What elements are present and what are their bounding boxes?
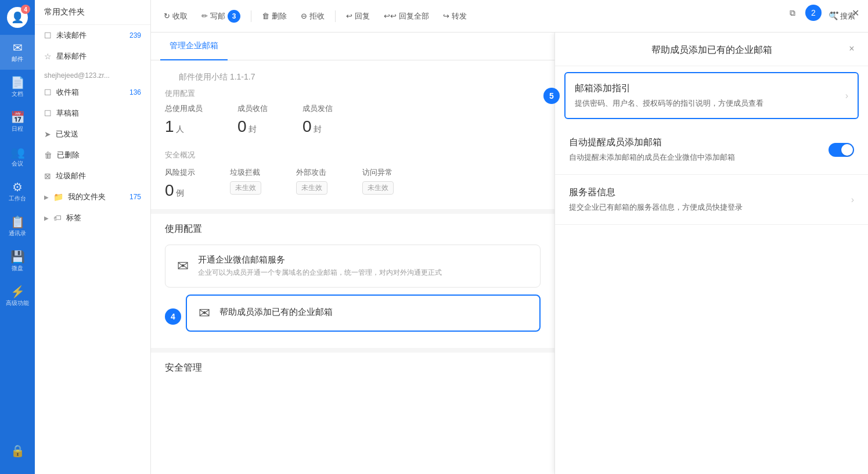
folder-item-sent[interactable]: ➤ 已发送 — [35, 124, 150, 145]
right-option-2-desc: 自动提醒未添加邮箱的成员在企业微信中添加邮箱 — [569, 152, 829, 163]
step-4-badge: 4 — [165, 308, 181, 325]
folder-item-deleted[interactable]: 🗑 已删除 — [35, 145, 150, 166]
risk-unit: 例 — [176, 188, 184, 198]
advanced-icon: ⚡ — [10, 286, 25, 297]
attack-value-row: 未生效 — [296, 181, 327, 195]
more-button[interactable]: ••• — [826, 5, 842, 21]
right-option-1-mailbox-guide[interactable]: 邮箱添加指引 提供密码、用户名、授权码等的指引说明，方便成员查看 › — [564, 72, 859, 119]
receive-label: 收取 — [172, 11, 188, 21]
inbox-icon: ☐ — [44, 88, 52, 97]
expand-icon: ▶ — [44, 215, 49, 221]
main-content-area: ↻ 收取 ✏ 写邮 3 🗑 删除 ⊖ 拒收 ↩ 回复 ↩↩ 回复全部 ↪ 转发 — [151, 0, 868, 474]
step-badge-3: 3 — [228, 10, 240, 23]
folder-icon: 📁 — [53, 192, 63, 202]
receive-icon: ↻ — [164, 12, 170, 20]
sidebar-item-label: 高级功能 — [6, 299, 29, 307]
folder-item-inbox[interactable]: ☐ 收件箱 136 — [35, 82, 150, 103]
risk-value: 0 — [165, 181, 174, 199]
user-email-section: shejhejeed@123.zr... — [35, 67, 150, 82]
folder-label: 我的文件夹 — [68, 192, 106, 202]
compose-icon: ✏ — [201, 12, 208, 20]
config-card-add-mailbox[interactable]: ✉ 帮助成员添加已有的企业邮箱 — [186, 295, 541, 332]
delete-icon: 🗑 — [262, 12, 269, 20]
sidebar-item-label: 会议 — [12, 160, 23, 168]
right-option-1-wrapper: 5 邮箱添加指引 提供密码、用户名、授权码等的指引说明，方便成员查看 › — [564, 72, 859, 119]
right-panel-header: 帮助成员添加已有的企业邮箱 × — [555, 33, 868, 66]
reply-all-button[interactable]: ↩↩ 回复全部 — [378, 8, 435, 25]
stats-row: 总使用成员 1 人 成员收信 0 封 成员发信 — [165, 103, 541, 136]
member-receive-value: 0 — [237, 117, 247, 135]
right-option-3-server-info[interactable]: 服务器信息 提交企业已有邮箱的服务器信息，方便成员快捷登录 › — [555, 175, 868, 225]
risk-label: 风险提示 — [165, 167, 195, 178]
use-config-section: 使用配置 ✉ 开通企业微信邮箱服务 企业可以为成员开通一个专属域名的企业邮箱，统… — [151, 209, 554, 348]
restore-button[interactable]: ⧉ — [784, 5, 801, 21]
left-folder-panel: 常用文件夹 ☐ 未读邮件 239 ☆ 星标邮件 shejhejeed@123.z… — [35, 0, 151, 474]
folder-item-spam[interactable]: ⊠ 垃圾邮件 — [35, 166, 150, 186]
add-mailbox-card-icon: ✉ — [199, 305, 210, 321]
minimize-button[interactable]: 2 — [805, 5, 822, 21]
mailbox-card-icon: ✉ — [177, 258, 189, 274]
sidebar-item-contacts[interactable]: 📋 通讯录 — [0, 209, 35, 244]
reply-all-icon: ↩↩ — [384, 12, 397, 20]
minimize-badge: 2 — [811, 8, 816, 17]
folder-label: 未读邮件 — [56, 30, 87, 41]
right-option-3-title: 服务器信息 — [569, 186, 851, 199]
folder-item-draft[interactable]: ☐ 草稿箱 — [35, 103, 150, 124]
right-option-3-content: 服务器信息 提交企业已有邮箱的服务器信息，方便成员快捷登录 — [569, 186, 851, 213]
right-panel-close-button[interactable]: × — [845, 42, 859, 56]
sidebar-item-label: 通讯录 — [9, 229, 26, 238]
forward-label: 转发 — [452, 11, 467, 21]
notification-badge: 4 — [21, 5, 30, 14]
config-card-help-wrapper: 4 ✉ 帮助成员添加已有的企业邮箱 — [165, 295, 541, 339]
user-email: shejhejeed@123.zr... — [44, 71, 110, 80]
sidebar-item-meeting[interactable]: 👥 会议 — [0, 139, 35, 174]
sidebar-item-schedule[interactable]: 📅 日程 — [0, 105, 35, 139]
spam-value: 未生效 — [230, 181, 261, 195]
doc-icon: 📄 — [10, 77, 25, 88]
mail-summary-section: 邮件使用小结 1.1-1.7 使用配置 总使用成员 1 人 成员收信 — [151, 60, 554, 209]
security-overview-section: 安全概况 风险提示 0 例 垃圾拦截 未生效 — [165, 141, 541, 200]
security-attack: 外部攻击 未生效 — [296, 167, 327, 200]
receive-button[interactable]: ↻ 收取 — [158, 8, 193, 25]
sent-icon: ➤ — [44, 130, 51, 139]
manage-tab-label: 管理企业邮箱 — [170, 41, 218, 50]
reply-button[interactable]: ↩ 回复 — [340, 8, 376, 25]
workbench-icon: ⚙ — [12, 181, 23, 193]
folder-item-myfolders[interactable]: ▶ 📁 我的文件夹 175 — [35, 186, 150, 207]
config-card-title-2: 帮助成员添加已有的企业邮箱 — [219, 307, 528, 318]
folder-item-unread[interactable]: ☐ 未读邮件 239 — [35, 25, 150, 46]
right-option-3-arrow: › — [851, 195, 854, 205]
delete-button[interactable]: 🗑 删除 — [256, 8, 293, 25]
user-avatar[interactable]: 👤 4 — [0, 0, 35, 35]
forward-button[interactable]: ↪ 转发 — [437, 8, 473, 25]
tag-icon: 🏷 — [53, 213, 62, 222]
spam-icon: ⊠ — [44, 171, 51, 181]
config-card-open-mailbox[interactable]: ✉ 开通企业微信邮箱服务 企业可以为成员开通一个专属域名的企业邮箱，统一管理，对… — [165, 245, 541, 288]
step-4-badge-container: 4 — [165, 295, 181, 339]
trash-icon: 🗑 — [44, 150, 52, 160]
reject-button[interactable]: ⊖ 拒收 — [295, 8, 330, 25]
sidebar-item-doc[interactable]: 📄 文档 — [0, 70, 35, 105]
manage-tab-main[interactable]: 管理企业邮箱 — [160, 33, 228, 60]
sidebar-item-lock[interactable]: 🔒 — [0, 433, 35, 468]
myfolders-count: 175 — [129, 193, 141, 201]
folder-label: 草稿箱 — [56, 108, 79, 119]
folder-item-starred[interactable]: ☆ 星标邮件 — [35, 46, 150, 67]
sidebar-item-disk[interactable]: 💾 微盘 — [0, 244, 35, 279]
sidebar-bottom: 🔒 — [0, 433, 35, 474]
usage-config-label: 使用配置 — [165, 88, 541, 103]
right-option-1-content: 邮箱添加指引 提供密码、用户名、授权码等的指引说明，方便成员查看 — [575, 82, 845, 109]
forward-icon: ↪ — [443, 12, 449, 20]
folder-label: 标签 — [66, 213, 81, 223]
compose-button[interactable]: ✏ 写邮 3 — [196, 6, 246, 26]
sidebar-item-advanced[interactable]: ⚡ 高级功能 — [0, 279, 35, 314]
right-option-1-arrow: › — [845, 91, 848, 101]
risk-value-row: 0 例 — [165, 181, 195, 200]
folder-item-tags[interactable]: ▶ 🏷 标签 — [35, 207, 150, 228]
sidebar-item-mail[interactable]: ✉ 邮件 — [0, 35, 35, 70]
close-button[interactable]: ✕ — [847, 5, 863, 21]
sidebar-item-workbench[interactable]: ⚙ 工作台 — [0, 174, 35, 209]
auto-remind-toggle[interactable] — [829, 143, 854, 157]
right-option-2-auto-remind[interactable]: 自动提醒成员添加邮箱 自动提醒未添加邮箱的成员在企业微信中添加邮箱 — [555, 125, 868, 175]
security-label: 安全概况 — [165, 150, 541, 160]
